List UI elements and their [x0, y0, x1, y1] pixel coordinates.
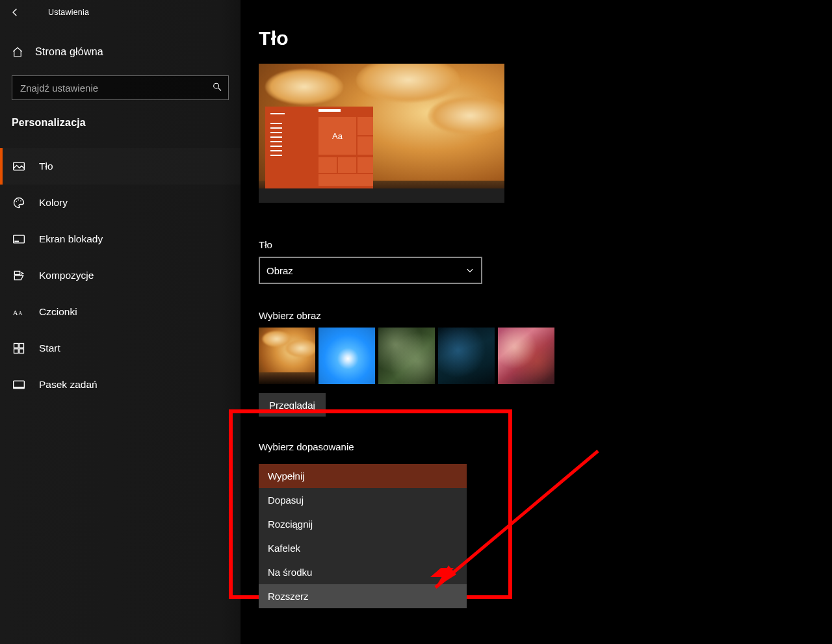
home-link[interactable]: Strona główna	[0, 38, 240, 66]
svg-text:A: A	[18, 311, 22, 316]
home-label: Strona główna	[35, 46, 103, 58]
chevron-down-icon	[465, 266, 474, 275]
search-wrap	[12, 75, 229, 100]
fit-option-label: Rozszerz	[268, 591, 309, 602]
dropdown-value: Obraz	[266, 265, 293, 276]
svg-point-4	[20, 200, 21, 201]
nav-label: Czcionki	[39, 306, 77, 318]
nav-item-themes[interactable]: Kompozycje	[0, 257, 240, 294]
section-heading: Personalizacja	[0, 100, 240, 136]
themes-icon	[12, 269, 26, 282]
svg-rect-12	[20, 349, 24, 354]
svg-point-2	[16, 201, 17, 203]
nav-item-lockscreen[interactable]: Ekran blokady	[0, 221, 240, 257]
nav-item-background[interactable]: Tło	[0, 148, 240, 185]
fit-option-label: Kafelek	[268, 543, 300, 554]
image-thumb-4[interactable]	[438, 328, 495, 384]
svg-text:A: A	[13, 309, 18, 316]
image-thumb-5[interactable]	[498, 328, 554, 384]
fit-option-span[interactable]: Rozszerz	[259, 584, 467, 608]
start-menu-mock: Aa	[265, 107, 373, 188]
nav-label: Kompozycje	[39, 270, 94, 281]
back-button[interactable]	[0, 7, 31, 18]
lockscreen-icon	[12, 233, 26, 246]
svg-rect-9	[14, 344, 19, 348]
svg-point-0	[214, 83, 219, 88]
search-input[interactable]	[12, 75, 229, 100]
nav-label: Kolory	[39, 197, 68, 209]
title-bar: Ustawienia	[0, 0, 240, 23]
fit-options-list: Wypełnij Dopasuj Rozciągnij Kafelek Na ś…	[259, 464, 467, 608]
nav-label: Pasek zadań	[39, 379, 98, 391]
svg-rect-11	[14, 349, 19, 354]
fit-option-stretch[interactable]: Rozciągnij	[259, 512, 467, 536]
image-thumbnails	[259, 328, 832, 384]
fit-option-label: Dopasuj	[268, 495, 304, 506]
choose-image-label: Wybierz obraz	[259, 310, 832, 321]
browse-button-label: Przeglądaj	[269, 400, 315, 411]
start-icon	[12, 342, 26, 355]
palette-icon	[12, 196, 26, 209]
nav-item-start[interactable]: Start	[0, 330, 240, 367]
nav-label: Tło	[39, 161, 53, 172]
taskbar-icon	[12, 378, 26, 391]
image-thumb-3[interactable]	[378, 328, 435, 384]
svg-rect-6	[14, 241, 19, 242]
window-title: Ustawienia	[31, 8, 89, 17]
nav-item-colors[interactable]: Kolory	[0, 185, 240, 221]
nav: Tło Kolory Ekran blokady Kompozycje	[0, 148, 240, 403]
svg-rect-10	[20, 344, 24, 348]
nav-item-fonts[interactable]: AA Czcionki	[0, 294, 240, 330]
image-thumb-2[interactable]	[318, 328, 375, 384]
sidebar: Ustawienia Strona główna Personalizacja …	[0, 0, 240, 644]
nav-label: Ekran blokady	[39, 233, 103, 245]
sample-text: Aa	[318, 117, 356, 155]
fit-option-label: Rozciągnij	[268, 519, 313, 530]
fit-option-label: Wypełnij	[268, 470, 305, 482]
search-icon	[212, 82, 222, 94]
background-select-label: Tło	[259, 239, 832, 250]
background-type-dropdown[interactable]: Obraz	[259, 257, 482, 284]
home-icon	[12, 46, 23, 58]
nav-item-taskbar[interactable]: Pasek zadań	[0, 367, 240, 403]
fit-label: Wybierz dopasowanie	[259, 441, 832, 452]
image-thumb-1[interactable]	[259, 328, 315, 384]
picture-icon	[12, 160, 26, 173]
arrow-left-icon	[10, 7, 21, 18]
background-preview: Aa	[259, 64, 504, 203]
fonts-icon: AA	[12, 305, 26, 318]
fit-option-label: Na środku	[268, 567, 312, 578]
fit-option-tile[interactable]: Kafelek	[259, 536, 467, 560]
fit-option-fit[interactable]: Dopasuj	[259, 488, 467, 512]
svg-point-3	[18, 200, 19, 201]
svg-rect-14	[14, 387, 25, 389]
fit-option-center[interactable]: Na środku	[259, 560, 467, 584]
nav-label: Start	[39, 342, 60, 354]
browse-button[interactable]: Przeglądaj	[259, 393, 326, 417]
page-title: Tło	[259, 27, 832, 49]
fit-option-fill[interactable]: Wypełnij	[259, 464, 467, 488]
main-content: Tło Aa	[240, 0, 832, 644]
